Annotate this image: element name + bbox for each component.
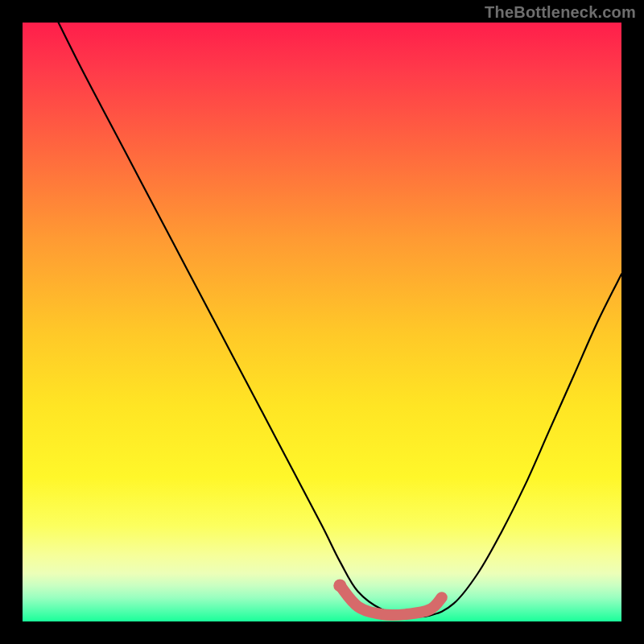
optimal-highlight (340, 585, 442, 615)
chart-frame: TheBottleneck.com (0, 0, 644, 644)
bottleneck-curve (59, 23, 621, 617)
optimal-start-dot-icon (333, 579, 346, 592)
chart-svg (23, 23, 621, 621)
watermark-label: TheBottleneck.com (485, 3, 636, 22)
